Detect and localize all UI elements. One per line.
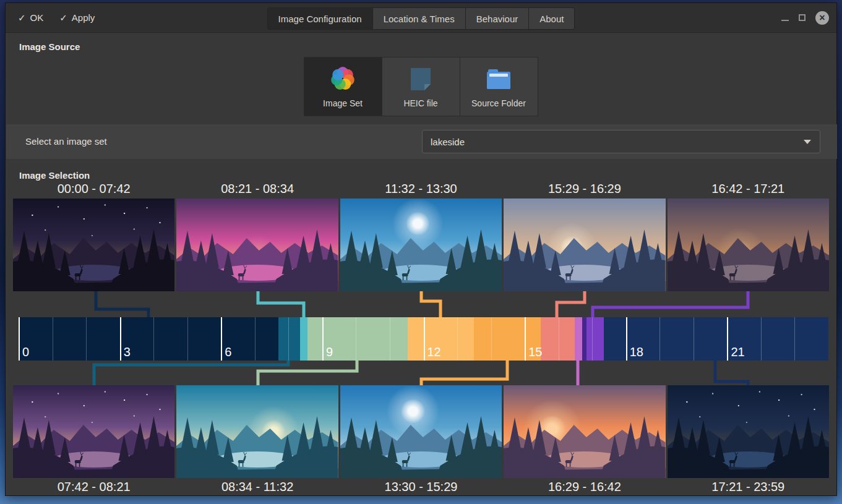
timeline-minor-tick (559, 317, 559, 361)
close-icon[interactable]: × (815, 11, 829, 25)
apply-button[interactable]: ✓ Apply (59, 12, 95, 23)
tab-location-times[interactable]: Location & Times (373, 8, 466, 29)
wallpaper-thumbnail-15-29-16-29[interactable] (504, 199, 665, 291)
tab-about[interactable]: About (529, 8, 574, 29)
image-set-dropdown-value: lakeside (423, 137, 465, 147)
lakeside-scene (340, 199, 502, 291)
pinwheel-icon (328, 65, 358, 93)
lakeside-scene (13, 385, 174, 478)
timeline-hour-label: 6 (225, 345, 231, 359)
lakeside-scene (668, 385, 829, 478)
image-selection-heading: Image Selection (19, 170, 90, 181)
timeline-minor-tick (592, 317, 593, 361)
time-range-label: 11:32 - 13:30 (340, 182, 502, 196)
timeline-segment-07-42-08-21[interactable] (278, 317, 300, 361)
wallpaper-thumbnail-16-29-16-42[interactable] (504, 385, 665, 478)
wallpaper-thumbnail-11-32-13-30[interactable] (340, 199, 502, 291)
timeline-minor-tick (53, 317, 53, 361)
lakeside-scene (504, 385, 665, 478)
wallpaper-thumbnail-00-00-07-42[interactable] (13, 199, 174, 291)
lakeside-scene (13, 199, 174, 291)
time-range-label: 00:00 - 07:42 (13, 182, 174, 196)
tab-image-configuration[interactable]: Image Configuration (268, 8, 373, 29)
timeline-minor-tick (457, 317, 458, 361)
lakeside-scene (176, 199, 338, 291)
bottom-thumbnail-row (13, 385, 829, 478)
timeline-bar[interactable]: 036912151821 (19, 317, 828, 361)
timeline-hour-label: 21 (731, 345, 744, 359)
wallpaper-thumbnail-17-21-23-59[interactable] (668, 385, 829, 478)
timeline-minor-tick (288, 317, 289, 361)
image-set-dropdown[interactable]: lakeside (422, 130, 820, 153)
wallpaper-thumbnail-08-34-11-32[interactable] (176, 385, 338, 478)
timeline-minor-tick (86, 317, 87, 361)
apply-button-label: Apply (72, 12, 95, 23)
time-range-label: 07:42 - 08:21 (13, 480, 174, 494)
tab-bar: Image ConfigurationLocation & TimesBehav… (267, 7, 575, 30)
heic-file-button[interactable]: HEIC file (382, 57, 460, 116)
timeline-segment-16-29-16-42[interactable] (575, 317, 582, 361)
time-range-label: 16:29 - 16:42 (504, 480, 665, 494)
time-range-label: 08:34 - 11:32 (176, 480, 338, 494)
image-source-heading: Image Source (19, 41, 80, 52)
heic-file-button-label: HEIC file (403, 98, 437, 108)
chevron-down-icon (804, 140, 811, 144)
timeline-minor-tick (761, 317, 762, 361)
select-image-set-label: Select an image set (25, 136, 107, 147)
source-type-buttons: Image Set HEIC file Source Folder (6, 57, 836, 116)
lakeside-scene (504, 199, 665, 291)
timeline-major-tick (626, 317, 627, 361)
image-set-select-row: Select an image set lakeside (6, 124, 837, 159)
titlebar: ✓ OK ✓ Apply Image ConfigurationLocation… (6, 3, 836, 33)
maximize-icon[interactable] (799, 14, 805, 21)
timeline-hour-label: 0 (22, 345, 29, 359)
timeline-segment-15-29-16-29[interactable] (541, 317, 575, 361)
timeline-hour-label: 15 (528, 345, 542, 359)
image-set-button[interactable]: Image Set (304, 57, 382, 116)
folder-icon (484, 65, 513, 93)
timeline-hour-label: 12 (427, 345, 441, 359)
timeline-segment-16-42-17-21[interactable] (582, 317, 604, 361)
minimize-icon[interactable] (781, 20, 789, 21)
source-folder-button-label: Source Folder (471, 98, 526, 108)
timeline-hour-label: 9 (326, 345, 333, 359)
lakeside-scene (668, 199, 829, 291)
timeline-minor-tick (794, 317, 795, 361)
timeline-major-tick (322, 317, 324, 361)
timeline-minor-tick (694, 317, 694, 361)
image-set-button-label: Image Set (323, 98, 363, 108)
timeline-major-tick (727, 317, 728, 361)
check-icon: ✓ (18, 12, 26, 23)
lakeside-scene (340, 385, 502, 478)
wallpaper-thumbnail-08-21-08-34[interactable] (176, 199, 338, 291)
timeline-minor-tick (491, 317, 492, 361)
desktop-background: { "titlebar": { "ok_label": "OK", "apply… (0, 0, 842, 504)
time-range-label: 17:21 - 23:59 (668, 480, 829, 494)
time-range-label: 15:29 - 16:29 (504, 182, 665, 196)
timeline-minor-tick (390, 317, 390, 361)
timeline-minor-tick (356, 317, 356, 361)
timeline-major-tick (424, 317, 425, 361)
timeline-segment-08-21-08-34[interactable] (300, 317, 307, 361)
wallpaper-thumbnail-16-42-17-21[interactable] (668, 199, 829, 291)
wallpaper-thumbnail-13-30-15-29[interactable] (340, 385, 502, 478)
heic-file-icon (406, 65, 436, 93)
time-range-label: 08:21 - 08:34 (176, 182, 338, 196)
timeline-minor-tick (187, 317, 188, 361)
timeline-hour-label: 3 (124, 345, 131, 359)
timeline-minor-tick (255, 317, 256, 361)
source-folder-button[interactable]: Source Folder (460, 57, 538, 116)
lakeside-scene (176, 385, 338, 478)
timeline-segment-00-00-07-42[interactable] (19, 317, 278, 361)
timeline-major-tick (19, 317, 20, 361)
tab-behaviour[interactable]: Behaviour (466, 8, 530, 29)
ok-button[interactable]: ✓ OK (18, 12, 43, 23)
wallpaper-thumbnail-07-42-08-21[interactable] (13, 385, 174, 478)
timeline-hour-label: 18 (630, 345, 643, 359)
top-thumbnail-row (13, 199, 829, 291)
timeline-major-tick (525, 317, 526, 361)
top-time-labels: 00:00 - 07:4208:21 - 08:3411:32 - 13:301… (13, 182, 829, 196)
timeline-minor-tick (153, 317, 154, 361)
timeline-major-tick (221, 317, 222, 361)
time-range-label: 16:42 - 17:21 (668, 182, 829, 196)
